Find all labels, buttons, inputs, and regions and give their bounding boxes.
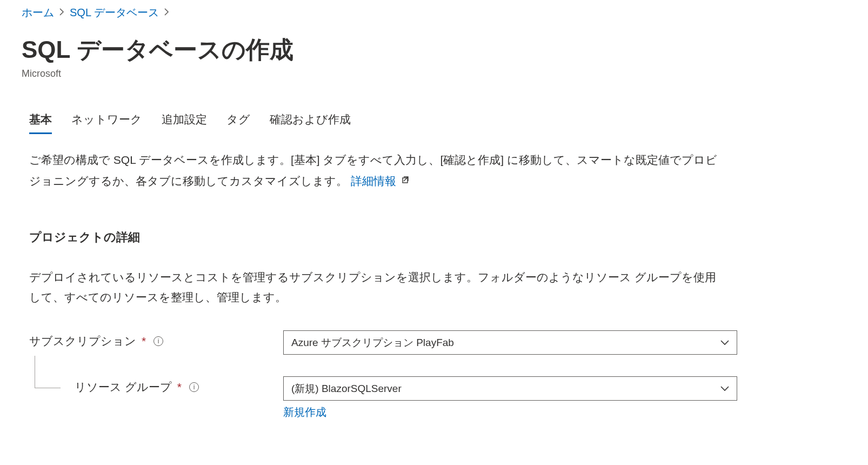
field-subscription: サブスクリプション * i [22,330,846,355]
create-new-link[interactable]: 新規作成 [283,405,326,420]
info-icon[interactable]: i [153,336,163,346]
resource-group-label: リソース グループ [75,380,172,395]
svg-rect-0 [403,178,408,183]
tab-review[interactable]: 確認および作成 [270,112,351,134]
section-heading-project: プロジェクトの詳細 [22,229,846,245]
learn-more-link[interactable]: 詳細情報 [351,175,410,187]
chevron-right-icon [164,8,169,18]
tab-network[interactable]: ネットワーク [71,112,142,134]
tabs-bar: 基本 ネットワーク 追加設定 タグ 確認および作成 [22,112,846,134]
subscription-select[interactable] [283,330,737,355]
external-link-icon [402,170,410,190]
subscription-label-wrap: サブスクリプション * i [29,330,283,349]
breadcrumb: ホーム SQL データベース [22,5,846,20]
subscription-select-wrap [283,330,737,355]
breadcrumb-home-link[interactable]: ホーム [22,5,54,20]
resource-group-control: 新規作成 [283,376,737,420]
section-description: デプロイされているリソースとコストを管理するサブスクリプションを選択します。フォ… [22,267,724,308]
learn-more-label: 詳細情報 [351,175,396,187]
info-icon[interactable]: i [189,382,199,392]
subscription-label: サブスクリプション [29,334,136,349]
tab-additional[interactable]: 追加設定 [162,112,207,134]
page-subtitle: Microsoft [22,68,846,79]
subscription-control [283,330,737,355]
page-title: SQL データベースの作成 [22,34,846,66]
required-marker: * [142,335,146,348]
resource-group-select[interactable] [283,376,737,401]
resource-group-label-wrap: リソース グループ * i [29,376,283,395]
tab-basic[interactable]: 基本 [29,112,52,134]
chevron-right-icon [59,8,64,18]
field-resource-group: リソース グループ * i 新規作成 [22,376,846,420]
resource-group-select-wrap [283,376,737,401]
tab-tags[interactable]: タグ [226,112,250,134]
breadcrumb-sql-link[interactable]: SQL データベース [70,5,159,20]
required-marker: * [177,381,182,394]
intro-description: ご希望の構成で SQL データベースを作成します。[基本] タブをすべて入力し、… [22,150,724,191]
